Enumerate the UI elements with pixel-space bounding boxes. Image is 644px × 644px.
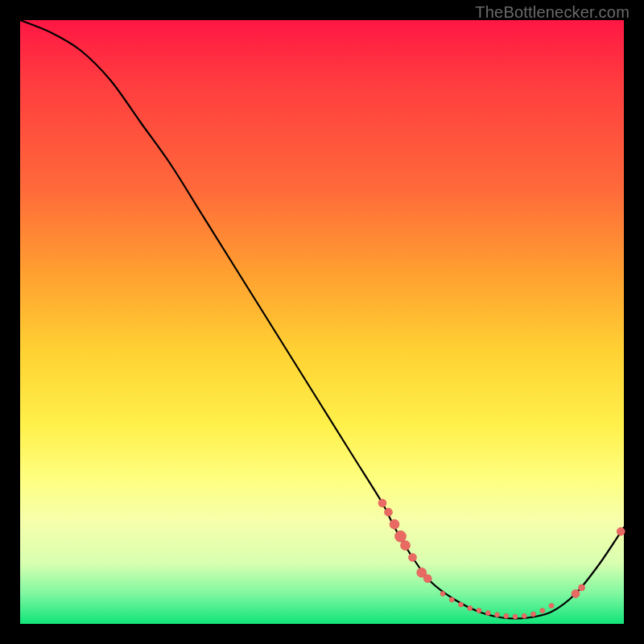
data-marker — [395, 530, 407, 542]
data-marker — [495, 613, 500, 617]
data-marker — [390, 519, 399, 529]
data-marker — [423, 575, 431, 583]
marker-layer — [378, 499, 625, 619]
plot-area — [20, 20, 624, 624]
data-marker — [540, 609, 545, 613]
data-marker — [459, 602, 464, 607]
data-marker — [579, 584, 585, 591]
bottleneck-curve — [20, 20, 624, 618]
chart-frame: TheBottlenecker.com — [0, 0, 644, 644]
data-marker — [572, 590, 580, 598]
data-marker — [378, 499, 386, 507]
data-marker — [504, 613, 509, 618]
data-marker — [531, 612, 536, 617]
data-marker — [409, 554, 417, 562]
watermark-label: TheBottlenecker.com — [475, 3, 630, 22]
data-marker — [522, 613, 526, 618]
data-marker — [485, 611, 490, 616]
data-marker — [449, 597, 454, 602]
data-marker — [401, 541, 411, 551]
data-marker — [385, 508, 393, 516]
data-marker — [440, 592, 445, 597]
data-marker — [549, 604, 554, 609]
chart-svg — [20, 20, 624, 624]
data-marker — [468, 606, 473, 611]
data-marker — [513, 614, 518, 619]
data-marker — [477, 609, 481, 613]
data-marker — [617, 527, 625, 535]
